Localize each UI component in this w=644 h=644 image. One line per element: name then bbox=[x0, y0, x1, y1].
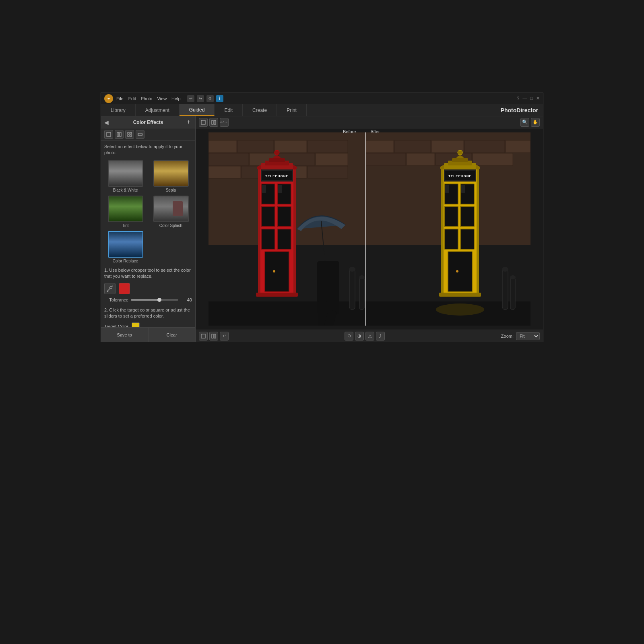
main-content: ◀ Color Effects ⬆ bbox=[101, 116, 543, 342]
effect-bw[interactable]: Black & White bbox=[104, 160, 147, 192]
tolerance-slider[interactable] bbox=[131, 299, 178, 301]
menu-photo[interactable]: Photo bbox=[141, 96, 153, 101]
grid-compare-btn[interactable] bbox=[115, 130, 124, 139]
instruction-1-section: 1. Use below dropper tool to select the … bbox=[104, 267, 192, 302]
grid-view-btn[interactable] bbox=[199, 332, 208, 341]
tab-create[interactable]: Create bbox=[243, 104, 277, 116]
svg-rect-55 bbox=[258, 169, 260, 295]
svg-rect-56 bbox=[293, 169, 296, 295]
close-button[interactable]: ✕ bbox=[536, 96, 540, 101]
svg-point-42 bbox=[275, 150, 279, 155]
svg-rect-69 bbox=[464, 140, 505, 153]
split-view-btn[interactable] bbox=[209, 118, 218, 127]
undo-icon[interactable]: ↩ bbox=[187, 95, 194, 102]
zoom-dropdown[interactable]: Fit 25% 50% 100% 200% bbox=[516, 332, 540, 340]
svg-rect-92 bbox=[460, 229, 474, 249]
menu-view[interactable]: View bbox=[157, 96, 167, 101]
tab-library[interactable]: Library bbox=[101, 104, 136, 116]
split-container: TELEPHONE bbox=[208, 132, 530, 326]
instruction-2-text: 2. Click the target color square or adju… bbox=[104, 307, 192, 320]
effect-colorsplash-thumb bbox=[153, 196, 189, 222]
image-top-bar: ↩→ 🔍 ✋ bbox=[196, 116, 543, 128]
menu-help[interactable]: Help bbox=[171, 96, 181, 101]
svg-rect-99 bbox=[461, 185, 465, 193]
left-panel: ◀ Color Effects ⬆ bbox=[101, 116, 196, 342]
nav-tabs: Library Adjustment Guided Edit Create Pr… bbox=[101, 104, 543, 116]
info-icon[interactable]: i bbox=[216, 95, 223, 102]
split-divider[interactable] bbox=[365, 132, 366, 326]
maximize-button[interactable]: □ bbox=[530, 96, 533, 101]
svg-rect-28 bbox=[208, 166, 241, 178]
svg-rect-102 bbox=[510, 277, 515, 310]
tab-print[interactable]: Print bbox=[277, 104, 307, 116]
settings-icon[interactable]: ⚙ bbox=[206, 95, 214, 102]
minimize-button[interactable]: — bbox=[522, 96, 527, 101]
menu-file[interactable]: File bbox=[116, 96, 124, 101]
svg-rect-4 bbox=[128, 132, 129, 134]
svg-point-82 bbox=[458, 150, 462, 155]
back-button[interactable]: ◀ bbox=[104, 119, 111, 126]
save-to-button[interactable]: Save to bbox=[101, 328, 149, 342]
tolerance-row: Tolerance 40 bbox=[104, 297, 192, 302]
menu-edit[interactable]: Edit bbox=[128, 96, 136, 101]
tab-adjustment[interactable]: Adjustment bbox=[136, 104, 180, 116]
svg-rect-96 bbox=[477, 169, 479, 295]
grid-single-btn[interactable] bbox=[104, 130, 113, 139]
export-bottom-btn[interactable]: ⤴ bbox=[376, 332, 385, 341]
history-btn[interactable]: ↩→ bbox=[220, 118, 229, 127]
svg-point-77 bbox=[436, 303, 484, 316]
hand-tool[interactable]: ✋ bbox=[531, 118, 540, 127]
svg-rect-70 bbox=[506, 140, 530, 153]
tolerance-label: Tolerance bbox=[104, 297, 128, 302]
title-bar: File Edit Photo View Help ↩ ↪ ⚙ i ? — □ … bbox=[101, 93, 543, 104]
effect-sepia[interactable]: Sepia bbox=[150, 160, 192, 192]
target-color-swatch[interactable] bbox=[132, 322, 140, 327]
after-image: TELEPHONE bbox=[365, 132, 530, 326]
svg-rect-22 bbox=[275, 140, 307, 153]
svg-point-54 bbox=[273, 270, 275, 272]
effect-colorsplash-label: Color Splash bbox=[159, 223, 182, 228]
zoom-control: Zoom: Fit 25% 50% 100% 200% bbox=[501, 332, 540, 340]
tab-edit[interactable]: Edit bbox=[215, 104, 243, 116]
effect-colorsplash[interactable]: Color Splash bbox=[150, 196, 192, 228]
redo-icon[interactable]: ↪ bbox=[197, 95, 204, 102]
effect-colorreplace-thumb bbox=[108, 231, 143, 258]
single-view-btn[interactable] bbox=[199, 118, 208, 127]
effect-colorreplace[interactable]: Color Replace bbox=[104, 231, 147, 263]
svg-point-101 bbox=[502, 267, 508, 272]
mask-btn[interactable]: △ bbox=[365, 332, 374, 341]
svg-rect-53 bbox=[265, 252, 289, 292]
history-btn-bottom[interactable]: ↩ bbox=[220, 332, 229, 341]
svg-point-35 bbox=[349, 267, 355, 272]
color-picker-row bbox=[104, 283, 192, 294]
effect-colorreplace-label: Color Replace bbox=[113, 259, 138, 263]
help-button[interactable]: ? bbox=[517, 96, 519, 101]
svg-point-37 bbox=[359, 275, 365, 279]
magnify-tool[interactable]: 🔍 bbox=[520, 118, 529, 127]
image-area: ↩→ 🔍 ✋ Before After bbox=[196, 116, 543, 342]
svg-line-13 bbox=[112, 286, 113, 287]
svg-rect-91 bbox=[444, 229, 458, 249]
clear-button[interactable]: Clear bbox=[149, 328, 196, 342]
crop-btn[interactable]: ⊙ bbox=[345, 332, 353, 341]
svg-rect-2 bbox=[117, 132, 119, 136]
source-color-swatch[interactable] bbox=[119, 283, 130, 294]
effect-tint[interactable]: Tint bbox=[104, 196, 147, 228]
adjust-btn[interactable]: ◑ bbox=[355, 332, 364, 341]
svg-rect-72 bbox=[407, 153, 435, 165]
menu-bar: File Edit Photo View Help bbox=[116, 96, 181, 101]
filmstrip-btn[interactable] bbox=[136, 130, 144, 139]
svg-rect-10 bbox=[142, 134, 142, 135]
svg-rect-20 bbox=[208, 140, 237, 153]
compare-view-btn[interactable] bbox=[209, 332, 218, 341]
tab-guided[interactable]: Guided bbox=[180, 104, 215, 116]
app-logo bbox=[104, 94, 113, 103]
target-color-label: Target Color bbox=[104, 324, 128, 327]
dropper-tool[interactable] bbox=[104, 283, 116, 294]
grid-multi-btn[interactable] bbox=[125, 130, 134, 139]
export-button[interactable]: ⬆ bbox=[185, 119, 192, 126]
panel-intro: Select an effect below to apply it to yo… bbox=[104, 144, 192, 156]
effect-sepia-thumb bbox=[153, 160, 189, 187]
before-image: TELEPHONE bbox=[208, 132, 365, 326]
svg-rect-97 bbox=[439, 293, 481, 297]
